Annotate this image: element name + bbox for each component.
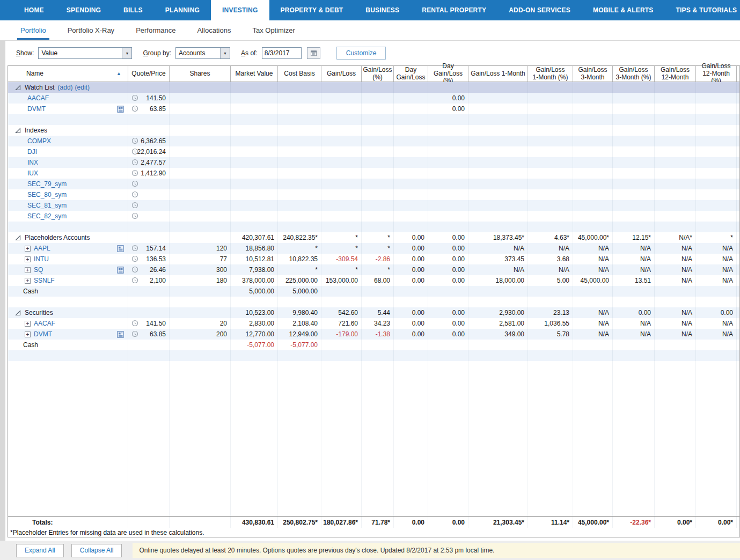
column-header-glp[interactable]: Gain/Loss (%) (362, 66, 394, 82)
table-row-securities[interactable]: Securities10,523.009,980.40542.605.440.0… (8, 307, 739, 318)
nav-tab-business[interactable]: BUSINESS (354, 0, 411, 20)
symbol-link[interactable]: AACAF (27, 94, 49, 102)
table-row-sec-79-sym[interactable]: SEC_79_sym (8, 179, 739, 189)
subnav-tab-portfolio[interactable]: Portfolio (10, 20, 57, 40)
news-icon[interactable] (117, 106, 124, 113)
news-icon[interactable] (117, 331, 124, 338)
column-header-mv[interactable]: Market Value (231, 66, 278, 82)
subnav-tab-tax-optimizer[interactable]: Tax Optimizer (241, 20, 305, 40)
symbol-link[interactable]: SEC_82_sym (27, 212, 67, 220)
table-row-indexes[interactable]: Indexes (8, 125, 739, 136)
expand-plus-icon[interactable]: + (25, 278, 31, 284)
symbol-link[interactable]: DVMT (27, 105, 46, 113)
news-icon[interactable] (117, 267, 124, 274)
nav-tab-investing[interactable]: INVESTING (211, 0, 269, 20)
symbol-link[interactable]: DJI (27, 148, 37, 156)
column-header-gl1mp[interactable]: Gain/Loss 1-Month (%) (528, 66, 573, 82)
column-header-dgl[interactable]: Day Gain/Loss (394, 66, 428, 82)
table-row-inx[interactable]: INX2,477.57 (8, 157, 739, 168)
table-row-cash[interactable]: Cash5,000.005,000.00 (8, 286, 739, 297)
table-row-dji[interactable]: DJI22,016.24 (8, 146, 739, 157)
table-row-sq[interactable]: +SQ26.463007,938.00***0.000.00N/AN/AN/AN… (8, 264, 739, 275)
table-row-aacaf[interactable]: +AACAF141.50202,830.002,108.40721.6034.2… (8, 318, 739, 329)
column-header-gl1m[interactable]: Gain/Loss 1-Month (468, 66, 528, 82)
subnav-tab-allocations[interactable]: Allocations (187, 20, 242, 40)
column-header-gl[interactable]: Gain/Loss (321, 66, 362, 82)
symbol-link[interactable]: IUX (27, 170, 38, 177)
symbol-link[interactable]: SEC_79_sym (27, 180, 67, 188)
table-row-compx[interactable]: COMPX6,362.65 (8, 136, 739, 146)
symbol-link[interactable]: INTU (34, 255, 49, 263)
expand-plus-icon[interactable]: + (25, 246, 31, 252)
nav-tab-property-debt[interactable]: PROPERTY & DEBT (269, 0, 355, 20)
nav-tab-mobile-alerts[interactable]: MOBILE & ALERTS (582, 0, 665, 20)
asof-date-input[interactable] (262, 47, 302, 59)
collapse-all-button[interactable]: Collapse All (71, 544, 122, 557)
nav-tab-bills[interactable]: BILLS (112, 0, 154, 20)
group-link-edit[interactable]: (edit) (75, 84, 90, 91)
expand-all-button[interactable]: Expand All (16, 544, 64, 557)
symbol-link[interactable]: INX (27, 159, 38, 166)
table-row-sec-82-sym[interactable]: SEC_82_sym (8, 211, 739, 222)
customize-button[interactable]: Customize (336, 47, 386, 60)
cell-overflow (737, 179, 740, 189)
column-header-gl3mp[interactable]: Gain/Loss 3-Month (%) (613, 66, 655, 82)
nav-tab-tips-tutorials[interactable]: TIPS & TUTORIALS (665, 0, 740, 20)
nav-tab-home[interactable]: HOME (13, 0, 55, 20)
expand-plus-icon[interactable]: + (25, 321, 31, 327)
nav-tab-add-on-services[interactable]: ADD-ON SERVICES (497, 0, 582, 20)
nav-tab-spending[interactable]: SPENDING (55, 0, 112, 20)
cell-dglp (428, 168, 468, 179)
subnav-tab-performance[interactable]: Performance (125, 20, 186, 40)
collapse-triangle-icon[interactable] (15, 310, 21, 316)
show-dropdown[interactable]: Value ▼ (38, 47, 132, 59)
symbol-link[interactable]: SSNLF (34, 277, 55, 284)
table-row-watch-list[interactable]: Watch List(add)(edit) (8, 82, 739, 93)
table-row-aapl[interactable]: +AAPL157.1412018,856.80***0.000.00N/AN/A… (8, 243, 739, 254)
cell-gl3m: N/A (573, 307, 613, 318)
group-link-add[interactable]: (add) (58, 84, 73, 91)
groupby-dropdown[interactable]: Accounts ▼ (175, 47, 230, 59)
column-header-cb[interactable]: Cost Basis (278, 66, 321, 82)
expand-plus-icon[interactable]: + (25, 256, 31, 262)
table-row-dvmt[interactable]: +DVMT63.8520012,770.0012,949.00-179.00-1… (8, 329, 739, 340)
symbol-link[interactable]: SQ (34, 266, 43, 274)
collapse-triangle-icon[interactable] (15, 235, 21, 241)
symbol-link[interactable]: AACAF (34, 320, 55, 327)
collapse-triangle-icon[interactable] (15, 128, 21, 134)
symbol-link[interactable]: DVMT (34, 330, 52, 338)
calendar-icon[interactable] (307, 47, 320, 59)
table-row-iux[interactable]: IUX1,412.90 (8, 168, 739, 179)
symbol-link[interactable]: SEC_80_sym (27, 191, 67, 198)
expand-plus-icon[interactable]: + (25, 331, 31, 337)
table-row-sec-80-sym[interactable]: SEC_80_sym (8, 189, 739, 200)
cell-gl3mp (613, 136, 655, 146)
table-row-dvmt[interactable]: DVMT63.850.00 (8, 104, 739, 114)
collapse-triangle-icon[interactable] (15, 85, 21, 91)
column-header-quote[interactable]: Quote/Price (128, 66, 170, 82)
column-header-gl12mp[interactable]: Gain/Loss 12-Month (%) (696, 66, 737, 82)
table-row-placeholders-accounts[interactable]: Placeholders Accounts420,307.61240,822.3… (8, 232, 739, 243)
nav-tab-rental-property[interactable]: RENTAL PROPERTY (411, 0, 497, 20)
symbol-link[interactable]: SEC_81_sym (27, 202, 67, 209)
column-header-name[interactable]: Name▲ (8, 66, 128, 82)
cell-gl: * (321, 232, 362, 243)
symbol-link[interactable]: COMPX (27, 137, 51, 145)
expand-plus-icon[interactable]: + (25, 267, 31, 273)
cell-overflow (737, 329, 740, 340)
news-icon[interactable] (117, 245, 124, 252)
table-row-cash[interactable]: Cash-5,077.00-5,077.00 (8, 340, 739, 350)
table-row-aacaf[interactable]: AACAF141.500.00 (8, 93, 739, 104)
subnav-tab-portfolio-x-ray[interactable]: Portfolio X-Ray (57, 20, 125, 40)
column-header-shares[interactable]: Shares (170, 66, 231, 82)
column-header-gl3m[interactable]: Gain/Loss 3-Month (573, 66, 613, 82)
table-row-sec-81-sym[interactable]: SEC_81_sym (8, 200, 739, 211)
nav-tab-planning[interactable]: PLANNING (154, 0, 211, 20)
table-row-ssnlf[interactable]: +SSNLF2,100180378,000.00225,000.00153,00… (8, 275, 739, 286)
column-header-dglp[interactable]: Day Gain/Loss (%) (428, 66, 468, 82)
cell-gl (321, 286, 362, 297)
symbol-link[interactable]: AAPL (34, 245, 50, 252)
table-row-intu[interactable]: +INTU136.537710,512.8110,822.35-309.54-2… (8, 254, 739, 264)
cell-gl3m (573, 189, 613, 200)
column-header-gl12m[interactable]: Gain/Loss 12-Month (655, 66, 696, 82)
